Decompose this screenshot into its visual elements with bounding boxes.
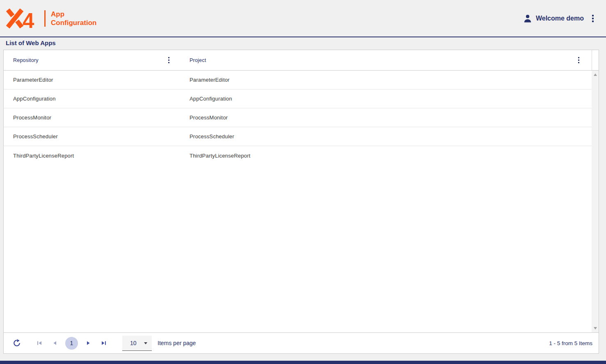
column-header-repository: Repository: [4, 50, 173, 70]
table-row[interactable]: ProcessScheduler ProcessScheduler: [4, 127, 592, 146]
x4-logo-icon: 4: [6, 8, 40, 29]
current-page-button[interactable]: 1: [65, 337, 78, 350]
logo-divider: [44, 10, 46, 27]
cell-repository: ParameterEditor: [4, 77, 173, 83]
user-block: Welcome demo: [523, 13, 596, 24]
items-per-page-label: Items per page: [158, 340, 196, 346]
cell-repository: ProcessMonitor: [4, 114, 173, 121]
table-body: ParameterEditor ParameterEditor AppConfi…: [4, 71, 599, 332]
cell-project: ThirdPartyLicenseReport: [173, 153, 592, 159]
app-title-line1: App: [51, 10, 96, 18]
last-page-button[interactable]: [100, 339, 107, 347]
refresh-icon: [13, 339, 21, 347]
table-row[interactable]: AppConfiguration AppConfiguration: [4, 89, 592, 108]
next-page-button[interactable]: [85, 339, 92, 347]
app-title-line2: Configuration: [51, 18, 96, 27]
first-page-icon: [37, 340, 42, 346]
table-row[interactable]: ParameterEditor ParameterEditor: [4, 71, 592, 89]
column-label-repository[interactable]: Repository: [13, 57, 39, 63]
pagination-bar: 1 10 Items per page 1 - 5 from 5 Items: [4, 332, 599, 353]
brand-block: 4 App Configuration: [6, 8, 96, 29]
cell-repository: AppConfiguration: [4, 96, 173, 102]
page-title: List of Web Apps: [6, 39, 56, 46]
web-apps-table: Repository Project ParameterEditor Param…: [3, 50, 599, 354]
person-icon: [523, 14, 532, 23]
cell-project: ProcessMonitor: [173, 114, 592, 121]
welcome-text: Welcome demo: [536, 15, 584, 22]
cell-repository: ProcessScheduler: [4, 133, 173, 140]
project-column-menu-kebab-icon[interactable]: [576, 55, 582, 65]
caret-down-icon: [144, 342, 147, 344]
table-body-rows: ParameterEditor ParameterEditor AppConfi…: [4, 71, 592, 165]
previous-page-icon: [52, 340, 58, 346]
user-menu-kebab-icon[interactable]: [590, 13, 596, 24]
first-page-button[interactable]: [36, 339, 43, 347]
table-row[interactable]: ProcessMonitor ProcessMonitor: [4, 108, 592, 127]
column-label-project[interactable]: Project: [190, 57, 206, 63]
cell-project: ProcessScheduler: [173, 133, 592, 140]
app-header: 4 App Configuration Welcome demo: [0, 0, 606, 37]
repository-column-menu-kebab-icon[interactable]: [166, 55, 172, 65]
next-page-icon: [85, 340, 91, 346]
table-row[interactable]: ThirdPartyLicenseReport ThirdPartyLicens…: [4, 146, 592, 165]
items-per-page-select[interactable]: 10: [122, 336, 152, 351]
cell-repository: ThirdPartyLicenseReport: [4, 153, 173, 159]
column-header-project: Project: [173, 50, 592, 70]
app-title: App Configuration: [51, 10, 96, 27]
cell-project: ParameterEditor: [173, 77, 592, 83]
header-scrollbar-gutter: [592, 50, 599, 70]
last-page-icon: [101, 340, 107, 346]
table-header-row: Repository Project: [4, 50, 599, 71]
range-summary: 1 - 5 from 5 Items: [549, 340, 592, 346]
scroll-down-arrow-icon[interactable]: [594, 327, 597, 330]
items-per-page-value: 10: [122, 340, 137, 346]
vertical-scrollbar[interactable]: [592, 71, 599, 332]
previous-page-button[interactable]: [51, 339, 59, 347]
svg-text:4: 4: [23, 9, 34, 29]
refresh-button[interactable]: [12, 338, 22, 348]
scroll-up-arrow-icon[interactable]: [594, 73, 597, 76]
bottom-accent-bar: [0, 361, 606, 364]
cell-project: AppConfiguration: [173, 96, 592, 102]
